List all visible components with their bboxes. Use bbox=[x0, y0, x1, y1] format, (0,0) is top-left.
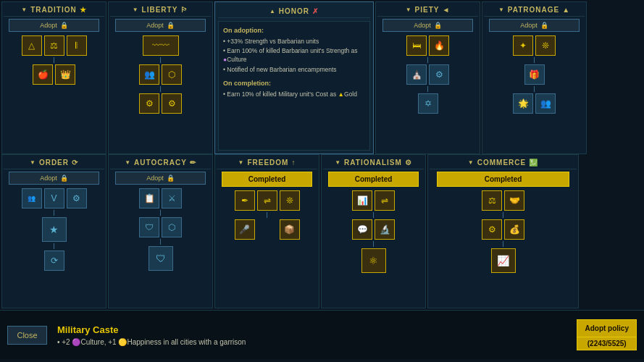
adopt-policy-cost: (2243/5525) bbox=[587, 340, 627, 348]
rationalism-icon-1[interactable]: 📊 bbox=[352, 190, 372, 211]
autocracy-header[interactable]: ▼ AUTOCRACY ✏ bbox=[110, 156, 211, 169]
liberty-adopt-button[interactable]: Adopt 🔒 bbox=[115, 19, 206, 32]
patronage-icon-5[interactable]: 👥 bbox=[535, 93, 556, 114]
commerce-icon-1[interactable]: ⚖ bbox=[482, 190, 502, 211]
order-icons-row-3: ⟳ bbox=[44, 251, 64, 271]
piety-icon-4[interactable]: ⚙ bbox=[429, 64, 449, 85]
liberty-icons-row-3: ⚙ ⚙ bbox=[139, 93, 182, 114]
rationalism-icon-4[interactable]: 🔬 bbox=[375, 219, 395, 240]
patronage-adopt-button[interactable]: Adopt 🔒 bbox=[489, 19, 580, 32]
autocracy-icon-4[interactable]: ⬡ bbox=[162, 217, 182, 237]
rationalism-header[interactable]: ▼ RATIONALISM ⚙ bbox=[323, 156, 424, 169]
patronage-icons-row-2: 🎁 bbox=[524, 64, 545, 85]
order-icon-star[interactable]: ★ bbox=[42, 217, 67, 242]
freedom-arrow-icon: ▼ bbox=[238, 159, 245, 166]
commerce-icon-2[interactable]: 🤝 bbox=[504, 190, 524, 211]
tradition-icon-monument[interactable]: △ bbox=[22, 35, 42, 56]
honor-bullet-2: • Earn 100% of killed Barbarian unit's S… bbox=[223, 47, 365, 64]
patronage-header[interactable]: ▼ PATRONAGE ▲ bbox=[484, 4, 585, 17]
piety-icon-3[interactable]: ⛪ bbox=[406, 64, 427, 85]
liberty-title: LIBERTY bbox=[142, 6, 178, 14]
rationalism-icon-5[interactable]: ⚛ bbox=[361, 248, 386, 273]
rationalism-icons-row-3: ⚛ bbox=[361, 248, 386, 273]
tradition-header[interactable]: ▼ TRADITION ★ bbox=[4, 4, 104, 17]
freedom-icon-4[interactable]: 🎤 bbox=[235, 219, 255, 240]
freedom-completed-button[interactable]: Completed bbox=[222, 172, 312, 187]
patronage-arrow-icon: ▼ bbox=[498, 7, 505, 13]
freedom-icon-5[interactable]: 📦 bbox=[280, 219, 300, 240]
order-icon-3[interactable]: ⚙ bbox=[67, 188, 87, 209]
commerce-header[interactable]: ▼ COMMERCE 💹 bbox=[430, 156, 577, 169]
honor-header[interactable]: ▲ HONOR ✗ bbox=[218, 5, 370, 18]
commerce-completed-button[interactable]: Completed bbox=[437, 172, 569, 187]
liberty-icon-republic[interactable]: 〰〰 bbox=[143, 35, 179, 56]
order-header[interactable]: ▼ ORDER ⟳ bbox=[4, 156, 104, 169]
honor-completion-bullet-1: • Earn 10% of killed Military unit's Cos… bbox=[223, 90, 365, 99]
piety-icon-5[interactable]: ✡ bbox=[418, 93, 438, 114]
tradition-icon-monarchy[interactable]: 👑 bbox=[55, 64, 75, 85]
piety-adopt-button[interactable]: Adopt 🔒 bbox=[382, 19, 473, 32]
freedom-panel: ▼ FREEDOM ↑ Completed ✒ ⇌ ❊ 🎤 📦 bbox=[214, 154, 319, 308]
tradition-icon-aristocracy[interactable]: ⚖ bbox=[44, 35, 64, 56]
autocracy-adopt-label: Adopt bbox=[146, 174, 164, 182]
patronage-icon-1[interactable]: ✦ bbox=[513, 35, 533, 56]
liberty-icon-meritocracy[interactable]: ⚙ bbox=[139, 93, 159, 114]
order-icon-5[interactable]: ⟳ bbox=[44, 251, 64, 271]
rationalism-icon-2[interactable]: ⇌ bbox=[375, 190, 395, 211]
patronage-icon-3[interactable]: 🎁 bbox=[524, 64, 545, 85]
order-icon-2[interactable]: V bbox=[44, 188, 64, 209]
arrow-up-icon: ▲ bbox=[269, 8, 276, 14]
tradition-title: TRADITION bbox=[30, 6, 76, 14]
order-icon-1[interactable]: 👥 bbox=[22, 188, 42, 209]
tradition-adopt-button[interactable]: Adopt 🔒 bbox=[9, 19, 99, 32]
freedom-icon-1[interactable]: ✒ bbox=[235, 190, 255, 211]
patronage-panel: ▼ PATRONAGE ▲ Adopt 🔒 ✦ ❊ 🎁 🌟 bbox=[482, 1, 587, 154]
order-icons-row-2: ★ bbox=[42, 217, 67, 242]
autocracy-icon-3[interactable]: 🛡 bbox=[139, 217, 159, 237]
piety-connector-1 bbox=[427, 57, 428, 63]
piety-header[interactable]: ▼ PIETY ◄ bbox=[377, 4, 478, 17]
piety-connector-2 bbox=[427, 86, 428, 92]
commerce-panel: ▼ COMMERCE 💹 Completed ⚖ 🤝 ⚙ 💰 � bbox=[427, 154, 579, 308]
piety-icon-2[interactable]: 🔥 bbox=[429, 35, 449, 56]
freedom-header[interactable]: ▼ FREEDOM ↑ bbox=[217, 156, 317, 169]
patronage-icon-2[interactable]: ❊ bbox=[535, 35, 556, 56]
piety-icons-row-2: ⛪ ⚙ bbox=[406, 64, 449, 85]
honor-bullet-1: • +33% Strength vs Barbarian units bbox=[223, 38, 365, 46]
autocracy-icon-2[interactable]: ⚔ bbox=[162, 188, 182, 209]
autocracy-lock-icon: 🔒 bbox=[167, 174, 175, 182]
piety-adopt-label: Adopt bbox=[414, 22, 431, 29]
liberty-icon-collective-rule[interactable]: ⬡ bbox=[162, 64, 182, 85]
patronage-icon-4[interactable]: 🌟 bbox=[513, 93, 533, 114]
rationalism-completed-button[interactable]: Completed bbox=[328, 172, 419, 187]
commerce-icon-3[interactable]: ⚙ bbox=[482, 219, 502, 240]
tradition-icon-landed-elite[interactable]: 🍎 bbox=[33, 64, 53, 85]
bottom-policy-info: Military Caste • +2 🟣Culture, +1 🟡Happin… bbox=[54, 321, 569, 349]
commerce-connector-1 bbox=[503, 212, 503, 218]
order-adopt-button[interactable]: Adopt 🔒 bbox=[9, 172, 99, 185]
rationalism-icon-3[interactable]: 💬 bbox=[352, 219, 372, 240]
patronage-title: PATRONAGE bbox=[508, 6, 559, 14]
policy-desc: • +2 🟣Culture, +1 🟡Happiness in all citi… bbox=[57, 338, 566, 346]
liberty-icon-representation[interactable]: ⚙ bbox=[162, 93, 182, 114]
order-panel: ▼ ORDER ⟳ Adopt 🔒 👥 V ⚙ ★ bbox=[1, 154, 106, 308]
piety-icon-1[interactable]: 🛏 bbox=[406, 35, 427, 56]
freedom-icon-3[interactable]: ❊ bbox=[280, 190, 300, 211]
liberty-header[interactable]: ▼ LIBERTY 🏳 bbox=[110, 4, 211, 17]
commerce-icon-4[interactable]: 💰 bbox=[504, 219, 524, 240]
patronage-icons-row-3: 🌟 👥 bbox=[513, 93, 556, 114]
tradition-icons-row-1: △ ⚖ 𝄃 bbox=[22, 35, 87, 56]
autocracy-adopt-button[interactable]: Adopt 🔒 bbox=[115, 172, 206, 185]
close-button[interactable]: Close bbox=[7, 326, 47, 345]
commerce-icon-5[interactable]: 📈 bbox=[491, 248, 516, 273]
liberty-icon-citizenship[interactable]: 👥 bbox=[139, 64, 159, 85]
rationalism-connector-1 bbox=[373, 212, 374, 218]
on-completion-header: On completion: bbox=[223, 79, 365, 88]
tradition-icon-legalism[interactable]: 𝄃 bbox=[67, 35, 87, 56]
freedom-icon-2[interactable]: ⇌ bbox=[257, 190, 277, 211]
on-adoption-header: On adoption: bbox=[223, 26, 365, 35]
adopt-policy-button[interactable]: Adopt policy (2243/5525) bbox=[577, 319, 637, 350]
autocracy-icon-5[interactable]: 🛡 bbox=[149, 246, 173, 271]
autocracy-icon-1[interactable]: 📋 bbox=[139, 188, 159, 209]
liberty-panel: ▼ LIBERTY 🏳 Adopt 🔒 〰〰 👥 ⬡ ⚙ bbox=[108, 1, 213, 154]
